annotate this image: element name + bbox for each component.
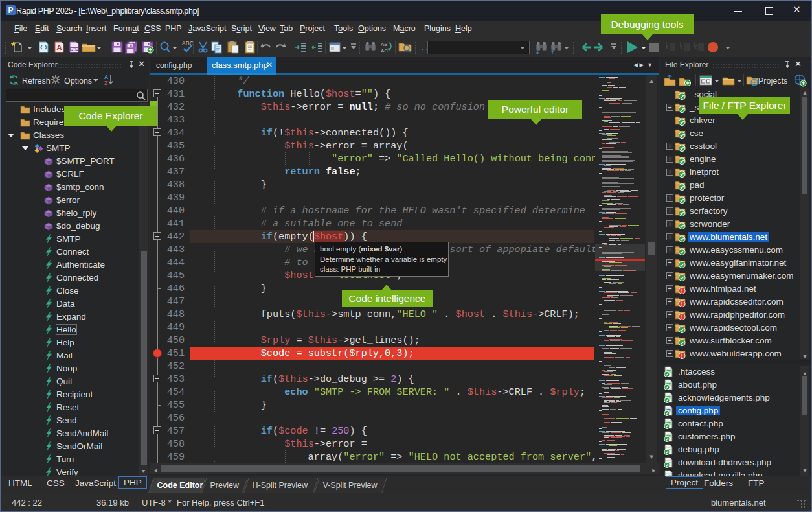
svg-text:AC: AC	[381, 48, 388, 54]
svg-text:ABC: ABC	[182, 40, 194, 47]
svg-text:AB: AB	[381, 41, 388, 47]
svg-text:PHP: PHP	[71, 47, 78, 51]
svg-text:A: A	[57, 43, 62, 51]
svg-text:Z: Z	[104, 80, 107, 86]
